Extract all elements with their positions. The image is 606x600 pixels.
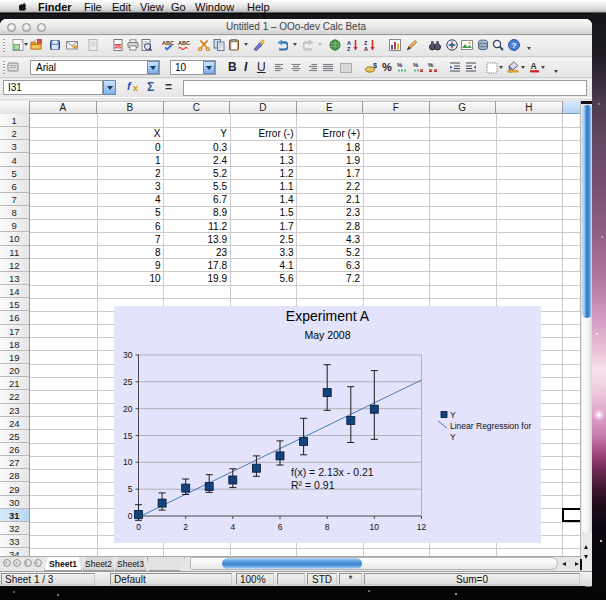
svg-text:ABC: ABC [178, 40, 190, 46]
svg-text:%: % [397, 62, 403, 68]
svg-text:A: A [364, 46, 368, 52]
svg-text:Linear Regression for: Linear Regression for [450, 421, 531, 431]
svg-text:8: 8 [325, 522, 330, 532]
svg-text:0: 0 [136, 522, 141, 532]
svg-text:4: 4 [230, 522, 235, 532]
svg-text:%: % [428, 62, 434, 68]
svg-text:10: 10 [370, 522, 380, 532]
svg-text:10: 10 [123, 457, 133, 467]
svg-text:?: ? [512, 41, 517, 50]
svg-text:PDF: PDF [114, 45, 122, 49]
svg-text:f(x) = 2.13x - 0.21: f(x) = 2.13x - 0.21 [291, 466, 374, 478]
svg-text:0: 0 [128, 511, 133, 521]
svg-text:A: A [531, 61, 537, 71]
svg-text:5: 5 [128, 484, 133, 494]
svg-text:25: 25 [123, 377, 133, 387]
svg-text:20: 20 [123, 404, 133, 414]
svg-text:R² = 0.91: R² = 0.91 [291, 479, 335, 491]
svg-text:Y: Y [450, 410, 456, 420]
svg-text:30: 30 [123, 350, 133, 360]
svg-text:$: $ [373, 61, 377, 70]
svg-text:2: 2 [183, 522, 188, 532]
svg-text:Y: Y [450, 432, 456, 442]
svg-text:12: 12 [417, 522, 427, 532]
svg-text:%: % [413, 62, 419, 68]
svg-text:6: 6 [278, 522, 283, 532]
svg-text:Z: Z [347, 46, 351, 52]
svg-text:15: 15 [123, 431, 133, 441]
